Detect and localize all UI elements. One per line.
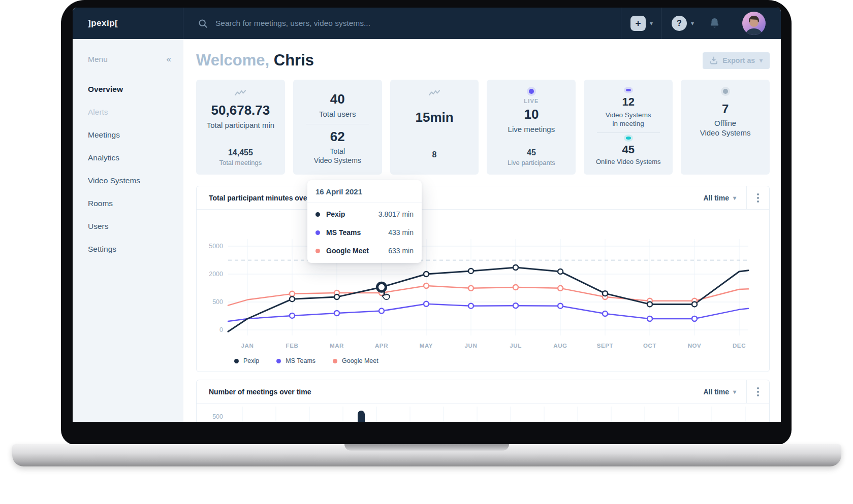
stat-sub-label: Online Video Systems (596, 158, 661, 166)
topbar-divider (621, 8, 621, 39)
sidebar-item-users[interactable]: Users (88, 215, 183, 238)
x-axis-tick: JUL (510, 343, 522, 349)
stat-sub-value: 62 (330, 129, 345, 145)
sidebar-item-overview[interactable]: Overview (88, 78, 183, 100)
series-dot (315, 249, 320, 253)
menu-label: Menu (88, 55, 108, 64)
y-axis-tick: 5000 (209, 243, 223, 250)
tooltip-row: MS Teams 433 min (315, 223, 414, 242)
topbar-actions: + ▾ ? ▾ (621, 8, 781, 39)
chart-header: Number of meetings over time All time ▾ (197, 380, 769, 404)
series-value: 3.8017 min (378, 210, 414, 218)
add-button[interactable]: + (630, 16, 646, 31)
stat-value: 10 (524, 107, 539, 122)
x-axis-tick: MAY (420, 343, 433, 349)
stat-sub-label: Live participants (508, 159, 555, 166)
download-icon (710, 56, 718, 64)
sidebar-item-settings[interactable]: Settings (88, 238, 183, 260)
legend-item-ms-teams[interactable]: MS Teams (276, 357, 315, 364)
legend-dot (276, 359, 281, 363)
sidebar: Menu « Overview Alerts Meetings Analytic… (73, 39, 183, 422)
tooltip-date: 16 April 2021 (307, 187, 422, 203)
laptop-mockup: ]pexip[ + ▾ ? ▾ (0, 0, 853, 504)
stat-sub-value: 45 (622, 143, 634, 156)
export-as-button[interactable]: Export as ▾ (703, 52, 770, 69)
stat-sub-label: Total meetings (219, 159, 262, 166)
chevron-down-icon[interactable]: ▾ (691, 20, 694, 27)
hovered-data-point (377, 283, 386, 291)
data-point (468, 304, 473, 309)
online-status-dot (626, 137, 631, 139)
participant-minutes-plot[interactable]: 050020005000JANFEBMARAPRMAYJUNJULAUGSEPT… (197, 210, 770, 354)
chart-menu-kebab-icon[interactable] (747, 380, 769, 404)
series-name: Google Meet (326, 247, 369, 255)
in-meeting-status-dot (626, 89, 631, 91)
user-avatar[interactable] (742, 12, 766, 35)
data-point (334, 311, 339, 316)
card-divider (306, 124, 369, 124)
topbar-divider (661, 8, 661, 39)
search-input[interactable] (215, 19, 480, 28)
chart-tooltip: 16 April 2021 Pexip 3.8017 min MS Teams … (307, 180, 422, 263)
chevron-down-icon: ▾ (733, 388, 736, 395)
welcome-user-name: Chris (274, 51, 314, 69)
page-title: Welcome, Chris (196, 51, 314, 70)
data-point (692, 301, 697, 307)
chevron-down-icon[interactable]: ▾ (650, 20, 653, 27)
data-point (513, 285, 518, 290)
stat-label: Video Systems in meeting (606, 111, 651, 128)
tooltip-row: Google Meet 633 min (315, 242, 414, 260)
y-axis-tick: 500 (212, 298, 223, 306)
chart-header: Total participant minutes over time All … (197, 186, 769, 210)
stat-value: 15min (415, 110, 453, 125)
chart-title: Number of meetings over time (197, 388, 311, 396)
stat-card-users: 40 Total users 62 Total Video Systems (293, 80, 382, 175)
series-name: MS Teams (326, 228, 361, 237)
meetings-count-plot[interactable]: 500 (197, 404, 770, 422)
series-name: Pexip (326, 210, 345, 218)
help-button[interactable]: ? (672, 16, 687, 31)
time-range-dropdown[interactable]: All time ▾ (693, 380, 746, 403)
sidebar-item-video-systems[interactable]: Video Systems (88, 169, 183, 192)
legend-item-google-meet[interactable]: Google Meet (333, 357, 378, 364)
data-point (424, 272, 429, 277)
sidebar-item-alerts[interactable]: Alerts (88, 100, 183, 123)
participant-minutes-chart-card: Total participant minutes over time All … (196, 186, 770, 372)
data-point (468, 268, 473, 274)
logo-box: ]pexip[ (73, 8, 183, 39)
laptop-base-notch (344, 444, 509, 451)
data-point (692, 316, 697, 321)
data-point (603, 291, 608, 296)
x-axis-tick: SEPT (597, 343, 613, 349)
legend-item-pexip[interactable]: Pexip (234, 357, 259, 364)
stat-sub-value: 45 (527, 148, 536, 157)
sidebar-item-rooms[interactable]: Rooms (88, 192, 183, 215)
meetings-count-chart-card: Number of meetings over time All time ▾ … (196, 380, 770, 422)
data-point (558, 304, 563, 309)
y-axis-tick: 500 (212, 413, 223, 420)
data-point (647, 301, 652, 307)
export-as-label: Export as (722, 56, 755, 64)
stat-card-video-systems-in-meeting: 12 Video Systems in meeting 45 Online Vi… (584, 80, 673, 175)
sidebar-item-meetings[interactable]: Meetings (88, 123, 183, 146)
data-point (558, 269, 563, 274)
series-dot (315, 230, 320, 235)
x-axis-tick: FEB (286, 343, 299, 349)
collapse-sidebar-icon[interactable]: « (167, 54, 171, 64)
stat-sub-value: 8 (432, 150, 437, 159)
plus-icon: + (635, 18, 641, 29)
legend-dot (234, 359, 239, 363)
offline-status-dot (723, 89, 728, 94)
time-range-dropdown[interactable]: All time ▾ (693, 186, 746, 209)
data-point (603, 311, 608, 316)
sidebar-item-analytics[interactable]: Analytics (88, 146, 183, 169)
sparkline-icon (235, 89, 246, 97)
notifications-bell-icon[interactable] (708, 17, 721, 30)
data-point (379, 309, 384, 314)
x-axis-tick: APR (375, 343, 388, 349)
stat-label: Total users (319, 109, 356, 119)
stat-value: 50,678.73 (211, 103, 270, 118)
search-icon (198, 18, 208, 29)
chart-menu-kebab-icon[interactable] (747, 186, 769, 210)
stats-cards-row: 50,678.73 Total participant min 14,455 T… (196, 80, 770, 175)
